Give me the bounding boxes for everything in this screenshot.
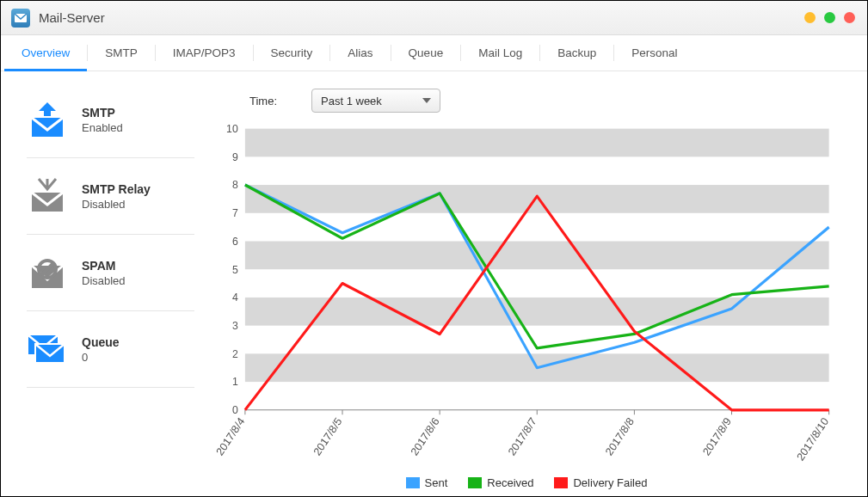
chart-toolbar: Time: Past 1 week [210,83,843,121]
svg-text:0: 0 [232,404,238,416]
tab-personal[interactable]: Personal [614,35,694,71]
app-title: Mail-Server [39,10,105,25]
svg-text:2: 2 [232,347,238,359]
line-chart: 0123456789102017/8/42017/8/52017/8/62017… [210,121,843,473]
sidebar: SMTPEnabledSMTP RelayDisabledSPAMDisable… [1,71,203,496]
svg-rect-11 [245,185,829,213]
sidebar-item-title: SPAM [82,259,126,273]
sidebar-item-status: Disabled [82,274,126,287]
legend-swatch-received [468,477,482,488]
tab-security[interactable]: Security [254,35,330,71]
svg-rect-12 [245,129,829,157]
smtp-send-icon [27,101,68,138]
sidebar-item-title: SMTP [82,106,123,120]
sidebar-item-smtp[interactable]: SMTPEnabled [27,92,194,158]
svg-text:4: 4 [232,291,238,304]
svg-text:10: 10 [226,123,238,135]
legend-received: Received [468,476,533,489]
tab-smtp[interactable]: SMTP [88,35,155,71]
svg-text:8: 8 [232,179,238,191]
title-bar: Mail-Server [1,1,867,35]
tab-overview[interactable]: Overview [4,35,87,71]
spam-icon [27,254,68,291]
svg-text:1: 1 [232,376,238,388]
svg-text:2017/8/4: 2017/8/4 [214,415,248,457]
maximize-button[interactable] [824,12,835,23]
svg-text:6: 6 [232,236,238,248]
sidebar-item-status: 0 [82,351,120,364]
sidebar-item-queue[interactable]: Queue0 [27,311,194,388]
legend-swatch-failed [554,477,568,488]
minimize-button[interactable] [804,12,816,23]
smtp-relay-icon [27,177,68,215]
sidebar-item-smtp-relay[interactable]: SMTP RelayDisabled [27,158,194,235]
tab-alias[interactable]: Alias [330,35,390,71]
legend-sent: Sent [406,476,448,489]
tab-backup[interactable]: Backup [540,35,613,71]
svg-text:9: 9 [232,150,238,163]
tab-mail-log[interactable]: Mail Log [461,35,539,71]
sidebar-item-spam[interactable]: SPAMDisabled [27,235,194,311]
svg-text:3: 3 [232,320,238,332]
svg-text:2017/8/10: 2017/8/10 [795,415,831,463]
chevron-down-icon [422,98,431,103]
tab-imap-pop3[interactable]: IMAP/POP3 [156,35,253,71]
chart-legend: Sent Received Delivery Failed [210,476,843,489]
svg-rect-10 [245,241,829,269]
svg-text:5: 5 [232,263,238,275]
sidebar-item-title: Queue [82,335,120,349]
sidebar-item-title: SMTP Relay [82,182,151,196]
queue-icon [27,330,68,368]
app-icon [11,9,30,28]
main-panel: Time: Past 1 week 0123456789102017/8/420… [203,71,867,496]
time-label: Time: [249,95,277,107]
sidebar-item-status: Disabled [82,198,151,211]
time-range-select[interactable]: Past 1 week [311,89,440,113]
svg-text:2017/8/8: 2017/8/8 [603,415,637,457]
svg-text:7: 7 [232,207,238,219]
window-controls [804,12,855,23]
close-button[interactable] [844,12,855,23]
tab-queue[interactable]: Queue [391,35,461,71]
time-range-value: Past 1 week [321,95,382,107]
svg-text:2017/8/6: 2017/8/6 [409,415,442,457]
legend-swatch-sent [406,477,420,488]
legend-failed: Delivery Failed [554,476,647,489]
svg-text:2017/8/5: 2017/8/5 [311,415,345,457]
sidebar-item-status: Enabled [82,121,123,134]
tab-bar: OverviewSMTPIMAP/POP3SecurityAliasQueueM… [1,35,867,71]
svg-text:2017/8/7: 2017/8/7 [506,415,539,457]
svg-text:2017/8/9: 2017/8/9 [700,415,734,457]
